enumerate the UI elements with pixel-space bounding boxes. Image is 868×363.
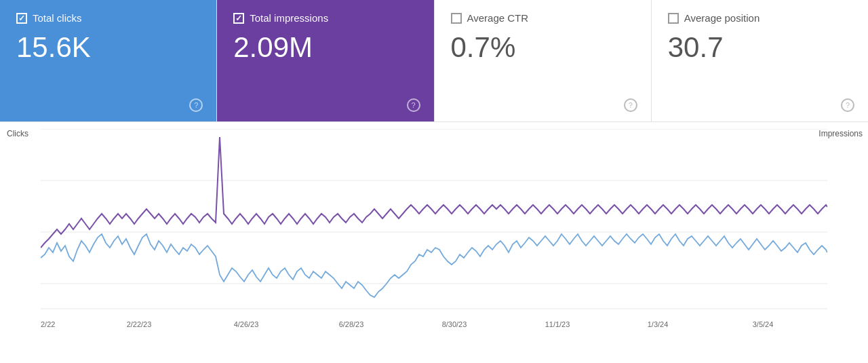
metrics-bar: Total clicks 15.6K ? Total impressions 2…: [0, 0, 868, 122]
y-axis-left-label: Clicks: [7, 129, 28, 138]
clicks-value: 15.6K: [16, 33, 200, 62]
position-label: Average position: [684, 12, 760, 24]
ctr-checkbox[interactable]: [451, 13, 462, 24]
x-tick-8: 3/5/24: [753, 320, 774, 328]
impressions-line: [41, 234, 827, 297]
position-value: 30.7: [668, 33, 852, 62]
x-tick-3: 4/26/23: [234, 320, 259, 328]
metric-header-position: Average position: [668, 12, 852, 24]
impressions-help-icon[interactable]: ?: [407, 98, 420, 112]
position-checkbox[interactable]: [668, 13, 679, 24]
average-position-card[interactable]: Average position 30.7 ?: [652, 0, 868, 121]
x-tick-7: 1/3/24: [648, 320, 669, 328]
ctr-label: Average CTR: [467, 12, 529, 24]
x-tick-6: 11/1/23: [545, 320, 570, 328]
metric-header-clicks: Total clicks: [16, 12, 200, 24]
average-ctr-card[interactable]: Average CTR 0.7% ?: [435, 0, 652, 121]
impressions-checkbox[interactable]: [233, 13, 244, 24]
impressions-label: Total impressions: [250, 12, 328, 24]
x-tick-1: 12/22/22: [41, 320, 55, 328]
total-clicks-card[interactable]: Total clicks 15.6K ?: [0, 0, 217, 121]
metric-header-ctr: Average CTR: [451, 12, 635, 24]
ctr-value: 0.7%: [451, 33, 635, 62]
chart-area: Clicks Impressions 75 50 25 0 7.5K 5K 2.…: [0, 122, 868, 363]
clicks-checkbox[interactable]: [16, 13, 27, 24]
metric-header-impressions: Total impressions: [233, 12, 417, 24]
x-tick-5: 8/30/23: [442, 320, 467, 328]
x-tick-4: 6/28/23: [339, 320, 364, 328]
ctr-help-icon[interactable]: ?: [624, 98, 637, 112]
clicks-line: [41, 137, 827, 248]
clicks-help-icon[interactable]: ?: [189, 98, 203, 112]
clicks-label: Total clicks: [33, 12, 82, 24]
chart-svg: 75 50 25 0 7.5K 5K 2.5K 0 12/22/22 2/22/…: [41, 129, 827, 336]
y-axis-right-label: Impressions: [818, 129, 863, 138]
x-tick-2: 2/22/23: [127, 320, 152, 328]
impressions-value: 2.09M: [233, 33, 417, 62]
position-help-icon[interactable]: ?: [841, 98, 854, 112]
total-impressions-card[interactable]: Total impressions 2.09M ?: [217, 0, 434, 121]
